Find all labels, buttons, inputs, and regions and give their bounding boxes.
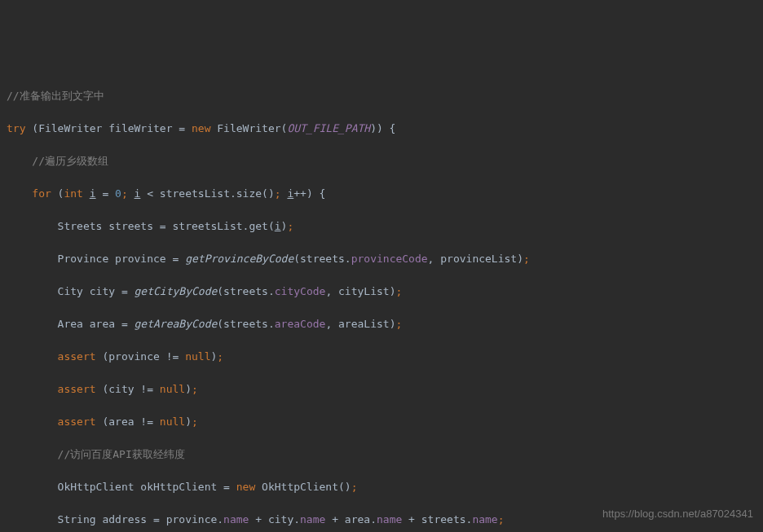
code-line: assert (city != null); (7, 381, 756, 398)
code-line: City city = getCityByCode(streets.cityCo… (7, 284, 756, 300)
code-line: assert (province != null); (7, 349, 756, 365)
code-line: try (FileWriter fileWriter = new FileWri… (7, 121, 756, 137)
code-line: //访问百度API获取经纬度 (7, 446, 756, 463)
code-line: Province province = getProvinceByCode(st… (7, 251, 756, 267)
code-editor[interactable]: //准备输出到文字中 try (FileWriter fileWriter = … (7, 72, 756, 532)
code-line: Area area = getAreaByCode(streets.areaCo… (7, 316, 756, 332)
code-line: //准备输出到文字中 (7, 88, 756, 104)
code-line: OkHttpClient okHttpClient = new OkHttpCl… (7, 479, 756, 495)
watermark: https://blog.csdn.net/a87024341 (602, 506, 753, 522)
code-line: assert (area != null); (7, 414, 756, 430)
code-line: //遍历乡级数组 (7, 153, 756, 169)
code-line: Streets streets = streetsList.get(i); (7, 218, 756, 235)
code-line: for (int i = 0; i < streetsList.size(); … (7, 186, 756, 202)
